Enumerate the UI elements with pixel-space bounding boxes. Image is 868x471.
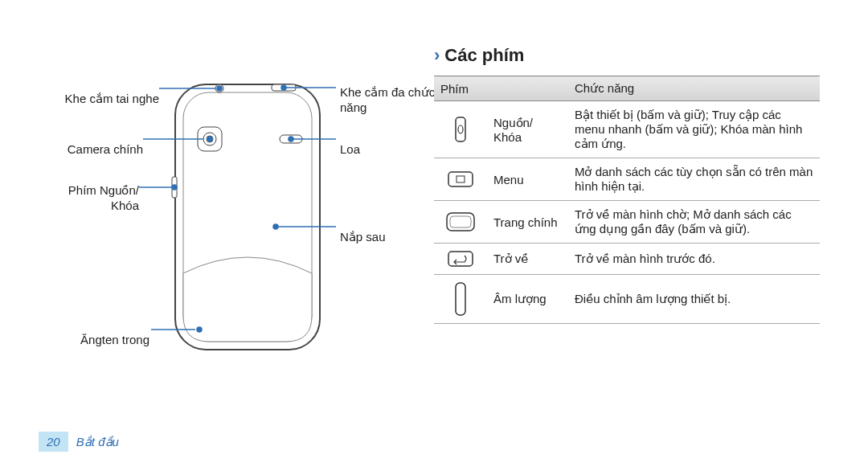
table-row: Menu Mở danh sách các tùy chọn sẵn có tr…: [434, 158, 820, 201]
keys-table: Phím Chức năng Nguồn/ Khóa Bật thiết bị …: [434, 76, 820, 324]
label-multifunction-jack: Khe cắm đa chức năng: [340, 85, 444, 116]
label-headphone-jack: Khe cắm tai nghe: [39, 92, 159, 107]
key-name: Trang chính: [487, 201, 568, 244]
svg-rect-31: [450, 216, 471, 227]
keys-section: ›Các phím Phím Chức năng Nguồn/ Khóa Bật…: [434, 40, 820, 324]
svg-point-14: [172, 185, 177, 190]
key-name: Trở về: [487, 244, 568, 275]
menu-key-icon: [434, 158, 487, 201]
key-func: Bật thiết bị (bấm và giữ); Truy cập các …: [568, 101, 820, 158]
home-key-icon: [434, 201, 487, 244]
manual-page: Khe cắm tai nghe Camera chính Phím Nguồn…: [0, 0, 868, 471]
key-name: Âm lượng: [487, 275, 568, 324]
label-power-key: Phím Nguồn/ Khóa: [39, 183, 139, 214]
section-heading-text: Các phím: [444, 45, 524, 65]
svg-rect-32: [448, 252, 473, 266]
page-number: 20: [39, 432, 68, 452]
svg-rect-33: [456, 283, 465, 315]
label-speaker: Loa: [340, 142, 420, 158]
table-row: Trở về Trở về màn hình trước đó.: [434, 244, 820, 275]
chevron-right-icon: ›: [434, 45, 440, 65]
table-row: Âm lượng Điều chỉnh âm lượng thiết bị.: [434, 275, 820, 324]
label-main-camera: Camera chính: [39, 142, 143, 158]
section-heading: ›Các phím: [434, 45, 820, 66]
col-key: Phím: [434, 76, 568, 101]
volume-key-icon: [434, 275, 487, 324]
key-func: Điều chỉnh âm lượng thiết bị.: [568, 275, 820, 324]
table-row: Trang chính Trở về màn hình chờ; Mở danh…: [434, 201, 820, 244]
label-back-cover: Nắp sau: [340, 230, 420, 245]
key-func: Mở danh sách các tùy chọn sẵn có trên mà…: [568, 158, 820, 201]
key-name: Nguồn/ Khóa: [487, 101, 568, 158]
key-func: Trở về màn hình chờ; Mở danh sách các ứn…: [568, 201, 820, 244]
table-header-row: Phím Chức năng: [434, 76, 820, 101]
key-name: Menu: [487, 158, 568, 201]
label-internal-antenna: Ăngten trong: [39, 333, 149, 348]
key-func: Trở về màn hình trước đó.: [568, 244, 820, 275]
svg-point-10: [217, 86, 222, 91]
svg-point-12: [207, 137, 212, 141]
page-footer: 20 Bắt đầu: [39, 432, 119, 452]
device-diagram: Khe cắm tai nghe Camera chính Phím Nguồn…: [39, 40, 416, 410]
table-row: Nguồn/ Khóa Bật thiết bị (bấm và giữ); T…: [434, 101, 820, 158]
svg-point-16: [197, 327, 202, 332]
power-key-icon: [434, 101, 487, 158]
section-name: Bắt đầu: [76, 435, 119, 448]
svg-rect-26: [456, 117, 465, 141]
back-key-icon: [434, 244, 487, 275]
col-func: Chức năng: [568, 76, 820, 101]
svg-rect-28: [448, 172, 473, 186]
